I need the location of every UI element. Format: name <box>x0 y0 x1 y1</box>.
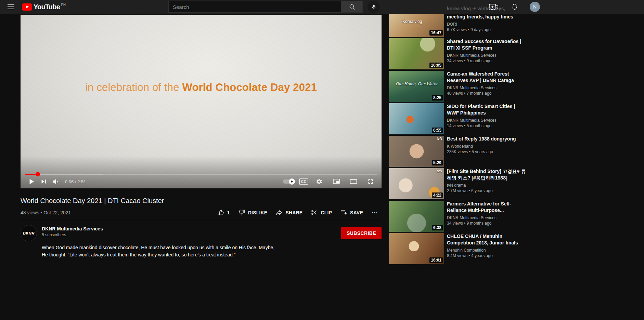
thumbnail-corner-label: tvN <box>437 137 442 141</box>
settings-button[interactable] <box>313 175 325 188</box>
youtube-wordmark: YouTube <box>34 3 60 11</box>
related-meta: 2.7M views • 6 years ago <box>447 188 527 193</box>
action-bar: 1 DISLIKE SHARE CLIP SAVE ⋯ <box>214 209 382 216</box>
related-thumbnail[interactable]: 6:55 <box>389 103 444 134</box>
like-button[interactable]: 1 <box>214 209 233 216</box>
play-icon <box>27 177 36 186</box>
caption-regular: in celebration of the <box>85 81 182 93</box>
notifications-icon[interactable] <box>508 1 521 13</box>
menu-icon[interactable] <box>8 4 14 9</box>
video-player[interactable]: in celebration of the World Chocolate Da… <box>21 15 382 188</box>
duration-badge: 4:22 <box>432 192 443 198</box>
related-channel: tvN drama <box>447 183 527 188</box>
related-channel: Menuhin Competition <box>447 248 527 253</box>
related-title[interactable]: Carac-an Watershed Forest Reserves AVP |… <box>447 71 527 84</box>
duration-badge: 16:01 <box>429 257 443 263</box>
search-button[interactable] <box>342 1 363 13</box>
country-code: PH <box>61 3 66 7</box>
video-title: World Chocolate Day 2021 | DTI Cacao Clu… <box>21 197 382 205</box>
search-icon <box>349 3 356 10</box>
related-video-item[interactable]: Our Home, Our Water 8:25 Carac-an Waters… <box>389 71 535 102</box>
duration-badge: 5:29 <box>432 160 443 165</box>
next-button[interactable] <box>38 175 50 188</box>
related-video-item[interactable]: tvN 5:29 Best of Reply 1988 dongryong K … <box>389 136 535 167</box>
meta-row: 48 views • Oct 22, 2021 1 DISLIKE SHARE … <box>21 205 382 220</box>
related-thumbnail[interactable]: tvN 5:29 <box>389 136 444 167</box>
related-videos-list: Korea vlog 16:47 meeting friends, happy … <box>389 14 535 266</box>
search-input[interactable] <box>168 1 342 13</box>
youtube-logo[interactable]: YouTube PH <box>22 3 66 11</box>
related-title[interactable]: [Film Site Behind Story] 고경표♥ 류혜영 키스? [#… <box>447 168 527 181</box>
related-thumbnail[interactable]: 10:05 <box>389 38 444 69</box>
volume-icon <box>52 177 60 186</box>
related-video-item[interactable]: 6:38 Farmers Alternative for Self-Relian… <box>389 201 535 232</box>
related-thumbnail[interactable]: tvN 4:22 <box>389 168 444 199</box>
masthead: YouTube PH N korea vlog ✈ winter days, <box>0 0 644 14</box>
related-video-item[interactable]: Korea vlog 16:47 meeting friends, happy … <box>389 14 535 37</box>
save-label: SAVE <box>350 210 363 215</box>
duration-badge: 6:38 <box>432 225 443 230</box>
voice-search-button[interactable] <box>368 1 380 13</box>
related-meta: 34 views • 9 months ago <box>447 221 527 226</box>
thumbnail-label: Our Home, Our Water <box>396 82 438 86</box>
playlist-add-icon <box>340 209 347 216</box>
save-button[interactable]: SAVE <box>337 209 366 216</box>
clip-button[interactable]: CLIP <box>308 209 335 216</box>
related-channel: DKNR Multimedia Services <box>447 215 527 220</box>
thumbs-up-icon <box>217 209 224 216</box>
youtube-play-icon <box>22 3 32 11</box>
related-video-item[interactable]: 10:05 Shared Success for Davaoeños | DTI… <box>389 38 535 69</box>
related-meta: 8.4M views • 4 years ago <box>447 253 527 258</box>
channel-name[interactable]: DKNR Multimedia Services <box>42 226 103 231</box>
related-channel: DKNR Multimedia Services <box>447 85 527 90</box>
share-icon <box>275 209 283 216</box>
related-meta: 34 views • 9 months ago <box>447 58 527 63</box>
time-display: 0:06 / 2:51 <box>65 179 86 184</box>
related-thumbnail[interactable]: 16:01 <box>389 233 444 264</box>
related-channel: DKNR Multimedia Services <box>447 53 527 58</box>
like-count: 1 <box>227 210 230 215</box>
related-video-item[interactable]: 6:55 SIDO for Plastic Smart Cities | WWF… <box>389 103 535 134</box>
subscriber-count: 5 subscribers <box>42 232 103 237</box>
related-meta: 6.7K views • 9 days ago <box>447 27 527 32</box>
duration-badge: 16:47 <box>429 30 443 36</box>
caption-bold: World Chocolate Day 2021 <box>182 81 317 93</box>
duration-badge: 6:55 <box>432 128 443 133</box>
related-title[interactable]: meeting friends, happy times <box>447 14 527 20</box>
avatar[interactable]: N <box>530 2 540 12</box>
related-title[interactable]: SIDO for Plastic Smart Cities | WWF Phil… <box>447 103 527 116</box>
more-actions-button[interactable]: ⋯ <box>368 209 382 216</box>
autoplay-toggle[interactable] <box>283 179 294 184</box>
fullscreen-button[interactable] <box>364 175 377 188</box>
related-meta: 40 views • 7 months ago <box>447 91 527 96</box>
mic-icon <box>371 4 377 10</box>
related-title[interactable]: Farmers Alternative for Self-Reliance Mu… <box>447 201 527 214</box>
related-meta: 235K views • 5 years ago <box>447 149 527 154</box>
share-button[interactable]: SHARE <box>272 209 306 216</box>
miniplayer-icon <box>332 177 340 186</box>
subscribe-button[interactable]: SUBSCRIBE <box>341 227 382 239</box>
play-button[interactable] <box>25 175 38 188</box>
clipped-related-title-line[interactable]: korea vlog ✈ winter days, <box>447 6 505 11</box>
related-thumbnail[interactable]: Korea vlog 16:47 <box>389 14 444 37</box>
related-video-item[interactable]: 16:01 CHLOE CHUA / Menuhin Competition 2… <box>389 233 535 264</box>
dislike-button[interactable]: DISLIKE <box>235 209 271 216</box>
related-thumbnail[interactable]: Our Home, Our Water 8:25 <box>389 71 444 102</box>
thumbs-down-icon <box>238 209 245 216</box>
miniplayer-button[interactable] <box>330 175 343 188</box>
related-title[interactable]: Shared Success for Davaoeños | DTI XI SS… <box>447 38 527 51</box>
clip-label: CLIP <box>321 210 332 215</box>
theater-icon <box>349 177 358 186</box>
subtitles-button[interactable]: CC <box>299 178 308 185</box>
next-icon <box>40 178 48 185</box>
video-description: When God made mankind discover chocolate… <box>42 244 278 258</box>
theater-mode-button[interactable] <box>347 175 360 188</box>
video-caption-text: in celebration of the World Chocolate Da… <box>21 81 382 94</box>
related-title[interactable]: CHLOE CHUA / Menuhin Competition 2018, J… <box>447 233 527 246</box>
channel-avatar[interactable]: DKNR <box>21 225 37 241</box>
related-thumbnail[interactable]: 6:38 <box>389 201 444 232</box>
related-title[interactable]: Best of Reply 1988 dongryong <box>447 136 527 142</box>
scissors-icon <box>311 209 318 216</box>
related-video-item[interactable]: tvN 4:22 [Film Site Behind Story] 고경표♥ 류… <box>389 168 535 199</box>
volume-button[interactable] <box>50 175 62 188</box>
